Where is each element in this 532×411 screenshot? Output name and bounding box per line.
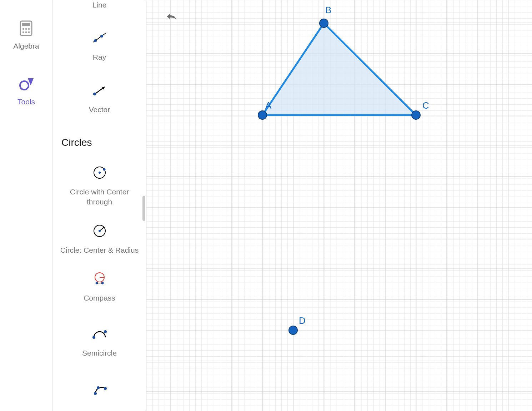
vector-icon — [90, 80, 110, 100]
svg-rect-1 — [22, 23, 30, 26]
svg-point-15 — [99, 172, 101, 174]
left-nav: Algebra Tools — [0, 0, 53, 411]
point-D[interactable] — [289, 326, 297, 335]
svg-point-28 — [97, 386, 100, 389]
tool-semicircle[interactable]: Semicircle — [56, 324, 142, 358]
calculator-icon — [17, 20, 35, 37]
tools-icon — [18, 75, 35, 93]
nav-label-algebra: Algebra — [13, 42, 39, 50]
svg-point-10 — [94, 39, 97, 42]
tool-circle-center-radius[interactable]: Circle: Center & Radius — [56, 221, 142, 255]
circle-center-radius-icon — [90, 221, 110, 241]
tool-ray[interactable]: Ray — [56, 28, 142, 62]
semicircle-icon — [90, 324, 110, 344]
tool-compass-label: Compass — [84, 293, 115, 303]
tool-compass[interactable]: Compass — [56, 269, 142, 303]
svg-point-7 — [28, 31, 30, 33]
ray-icon — [90, 28, 110, 48]
point-A[interactable] — [258, 111, 267, 119]
tool-line-label: Line — [92, 0, 107, 10]
toolpanel-scrollbar-thumb[interactable] — [142, 196, 145, 221]
svg-point-25 — [92, 336, 95, 339]
svg-point-13 — [93, 93, 96, 95]
section-header-circles: Circles — [61, 137, 142, 148]
tool-circle-center-radius-label: Circle: Center & Radius — [60, 245, 139, 255]
svg-point-2 — [22, 28, 24, 30]
point-B[interactable] — [320, 19, 328, 28]
geometry-canvas[interactable] — [146, 0, 532, 411]
nav-item-tools[interactable]: Tools — [17, 75, 35, 106]
svg-point-3 — [25, 28, 27, 30]
canvas-area[interactable]: A B C D — [146, 0, 532, 411]
tool-circle-center-through[interactable]: Circle with Center through — [56, 163, 142, 207]
svg-point-19 — [99, 230, 101, 232]
tool-circular-arc[interactable] — [56, 379, 142, 403]
svg-point-6 — [25, 31, 27, 33]
svg-point-29 — [104, 387, 107, 390]
svg-point-16 — [103, 168, 105, 171]
svg-point-8 — [20, 81, 29, 90]
undo-button[interactable] — [163, 11, 179, 26]
tool-ray-label: Ray — [93, 52, 106, 62]
tool-semicircle-label: Semicircle — [82, 348, 117, 358]
tool-panel: Line Ray Vector Circles — [53, 0, 146, 411]
svg-point-26 — [104, 330, 107, 333]
svg-point-27 — [94, 392, 97, 395]
circle-center-through-icon — [90, 163, 110, 183]
nav-item-algebra[interactable]: Algebra — [13, 20, 39, 50]
svg-point-5 — [22, 31, 24, 33]
svg-point-11 — [100, 35, 103, 38]
tool-circle-center-through-label: Circle with Center through — [56, 187, 142, 207]
nav-label-tools: Tools — [17, 98, 35, 106]
app-root: Algebra Tools Line Ray — [0, 0, 532, 411]
tool-vector-label: Vector — [89, 105, 110, 115]
circular-arc-icon — [90, 379, 110, 399]
point-C[interactable] — [412, 111, 420, 119]
tool-vector[interactable]: Vector — [56, 80, 142, 115]
svg-point-4 — [28, 28, 30, 30]
compass-icon — [90, 269, 110, 289]
tool-line[interactable]: Line — [56, 0, 142, 10]
